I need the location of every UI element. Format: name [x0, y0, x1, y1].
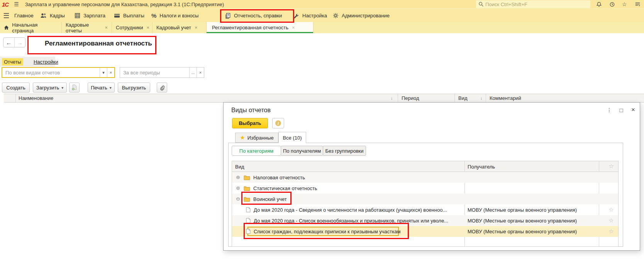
dialog-tab-all[interactable]: Все (10): [278, 132, 306, 143]
1c-logo-icon: 1С: [2, 1, 8, 8]
window-title-bar: 1С ☰ Зарплата и управление персоналом дл…: [0, 0, 644, 8]
close-tab-icon[interactable]: ×: [146, 25, 149, 30]
period-filter[interactable]: За все периоды ... ×: [120, 67, 204, 78]
print-button[interactable]: Печать▾: [88, 83, 115, 93]
dialog-content-box: По категориям По получателям Без группир…: [228, 143, 623, 247]
service-menu-icon[interactable]: [633, 1, 642, 8]
close-tab-icon[interactable]: ×: [105, 25, 108, 30]
report-kinds-table: Вид Получатель ☆ ⊕ Налоговая отчетность: [232, 161, 619, 247]
create-button[interactable]: Создать: [2, 83, 30, 93]
column-kind[interactable]: Вид: [458, 95, 468, 101]
document-icon: [246, 218, 251, 223]
forward-button[interactable]: →: [15, 38, 25, 47]
column-kind[interactable]: Вид: [235, 161, 244, 172]
calculator-icon: [75, 13, 80, 19]
folder-row-statistical-reporting[interactable]: ⊕ Статистическая отчетность: [232, 183, 618, 194]
favorite-star-icon[interactable]: ☆: [603, 228, 619, 235]
favorite-star-icon[interactable]: ☆: [603, 206, 619, 213]
column-receiver[interactable]: Получатель: [468, 161, 495, 172]
back-button[interactable]: ←: [3, 38, 15, 47]
expand-icon[interactable]: ⊕: [236, 185, 240, 190]
menu-item-administration[interactable]: Администрирование: [333, 9, 390, 22]
dialog-title: Виды отчетов: [231, 107, 271, 114]
close-tab-icon[interactable]: ×: [292, 25, 295, 30]
history-icon[interactable]: [608, 1, 616, 8]
dialog-tab-favorites[interactable]: ★ Избранные: [235, 133, 278, 143]
folder-icon: [244, 175, 250, 180]
favorite-star-icon[interactable]: ☆: [603, 217, 619, 224]
tab-personnel-reports[interactable]: Кадровые отчеты×: [62, 22, 112, 33]
menu-item-settings[interactable]: Настройка: [293, 9, 327, 22]
load-button[interactable]: Загрузить▾: [33, 83, 67, 93]
view-tab-settings[interactable]: Настройки: [34, 59, 58, 65]
app-window: 1С ☰ Зарплата и управление персоналом дл…: [0, 0, 644, 273]
info-icon: i: [275, 120, 281, 126]
folder-row-tax-reporting[interactable]: ⊕ Налоговая отчетность: [232, 172, 618, 183]
report-row[interactable]: До мая 2020 года - Список военнообязанны…: [232, 215, 618, 226]
open-windows-tab-bar: Начальная страница Кадровые отчеты× Сотр…: [0, 22, 644, 33]
report-row[interactable]: До мая 2020 года - Сведения о численност…: [232, 204, 618, 215]
view-tab-reports[interactable]: Отчеты: [2, 58, 23, 66]
close-tab-icon[interactable]: ×: [195, 25, 198, 30]
wrench-icon: [293, 13, 299, 19]
tab-employees[interactable]: Сотрудники×: [112, 22, 153, 33]
open-folder-icon: [244, 197, 250, 202]
tab-home[interactable]: Начальная страница: [0, 22, 62, 33]
sort-down-icon: ↓: [480, 96, 483, 100]
export-button[interactable]: Выгрузить: [118, 83, 150, 93]
load-from-file-button[interactable]: [69, 83, 80, 93]
home-icon: [4, 25, 9, 30]
close-dialog-icon[interactable]: ×: [629, 106, 637, 114]
global-search-input[interactable]: Поиск Ctrl+Shift+F: [476, 0, 590, 8]
add-document-icon: [71, 84, 77, 91]
tab-regulated-reporting[interactable]: Регламентированная отчетность×: [207, 22, 314, 33]
select-button[interactable]: Выбрать: [232, 118, 268, 128]
document-icon: [246, 207, 251, 212]
menu-item-personnel[interactable]: Кадры: [40, 9, 65, 22]
dropdown-icon[interactable]: ▾: [100, 68, 107, 77]
view-tabs-strip: Отчеты Настройки: [0, 57, 55, 67]
sections-menu-bar: ☰ Главное Кадры Зарплата Выплаты % Налог…: [0, 8, 644, 22]
report-kinds-dialog: Виды отчетов ⋮ □ × Выбрать i ★ Избранные…: [223, 102, 640, 251]
receiver-cell: МОВУ (Местные органы военного управления…: [468, 215, 577, 226]
no-grouping-button[interactable]: Без группировки: [323, 146, 366, 156]
main-menu-icon[interactable]: ☰: [14, 1, 19, 7]
info-button[interactable]: i: [272, 118, 284, 128]
column-comment[interactable]: Комментарий: [490, 95, 521, 101]
window-title: Зарплата и управление персоналом для Каз…: [25, 2, 224, 7]
tab-personnel-records[interactable]: Кадровый учет×: [153, 22, 207, 33]
column-name[interactable]: Наименование: [19, 95, 53, 101]
paperclip-icon: [159, 85, 165, 91]
clear-icon[interactable]: ×: [197, 67, 204, 78]
clear-icon[interactable]: ×: [107, 68, 114, 77]
reports-list-header: Наименование ↓ Период Вид ↓ Комментарий: [4, 94, 644, 103]
report-kinds-table-header: Вид Получатель ☆: [232, 161, 618, 172]
navigation-buttons: ← →: [3, 37, 25, 47]
favorites-star-icon[interactable]: ☆: [620, 1, 629, 8]
star-icon: ★: [240, 134, 245, 141]
sections-hamburger-icon[interactable]: ☰: [3, 9, 9, 22]
maximize-icon[interactable]: □: [617, 106, 625, 114]
report-row-selected[interactable]: Список граждан, подлежащих приписки к пр…: [232, 226, 618, 237]
group-by-category-button[interactable]: По категориям: [232, 146, 281, 156]
notifications-bell-icon[interactable]: [595, 1, 603, 8]
more-actions-icon[interactable]: ⋮: [605, 106, 613, 114]
menu-item-salary[interactable]: Зарплата: [75, 9, 105, 22]
choose-icon[interactable]: ...: [189, 67, 197, 78]
percent-icon: %: [151, 12, 156, 19]
document-icon: [246, 229, 251, 234]
expand-icon[interactable]: ⊕: [236, 175, 240, 180]
column-period[interactable]: Период: [402, 95, 419, 101]
group-by-receiver-button[interactable]: По получателям: [281, 146, 323, 156]
menu-item-payments[interactable]: Выплаты: [114, 9, 144, 22]
receiver-cell: МОВУ (Местные органы военного управления…: [468, 204, 577, 215]
favorite-column-star-icon[interactable]: ☆: [603, 163, 619, 170]
menu-item-main[interactable]: Главное: [14, 9, 34, 22]
attachments-button[interactable]: [157, 83, 167, 93]
collapse-icon[interactable]: ⊖: [236, 196, 240, 201]
report-kind-filter[interactable]: По всем видам отчетов ▾ ×: [2, 67, 115, 78]
menu-item-reporting[interactable]: Отчетность, справки: [225, 9, 282, 22]
search-placeholder: Поиск Ctrl+Shift+F: [485, 2, 527, 7]
folder-row-military-records[interactable]: ⊖ Воинский учет: [232, 194, 618, 204]
menu-item-taxes[interactable]: % Налоги и взносы: [151, 9, 198, 22]
